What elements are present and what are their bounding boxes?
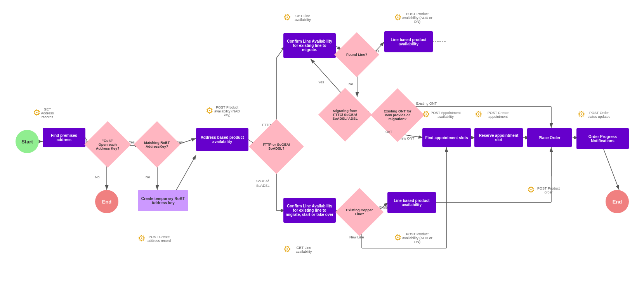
find-appt-node: Find appointment slots bbox=[422, 128, 471, 147]
gear-icon-post-product-order: ⚙ bbox=[527, 185, 535, 195]
svg-text:No: No bbox=[95, 175, 100, 179]
place-order-node: Place Order bbox=[527, 128, 572, 147]
order-progress-label: Order Progress Notifications bbox=[579, 135, 627, 143]
line-based-bot-node: Line based product availability bbox=[387, 192, 436, 213]
create-temp-label: Create temporary RoBT Address key bbox=[140, 197, 186, 205]
gear-icon-post-product-nad: ⚙ bbox=[206, 106, 214, 116]
confirm-line-bot-label: Confirm Line Availability for existing l… bbox=[286, 204, 333, 217]
end1-node: End bbox=[95, 190, 118, 213]
svg-text:Yes: Yes bbox=[318, 80, 324, 84]
gear-label-post-product-alid-top: POST Product availability (ALID or DN) bbox=[402, 12, 433, 24]
find-premises-label: Find premises address bbox=[45, 133, 83, 142]
gear-icon-post-product-alid-top: ⚙ bbox=[394, 12, 402, 22]
svg-line-37 bbox=[604, 149, 619, 190]
gold-openreach-diamond: "Gold" Openreach Address Key? bbox=[84, 121, 131, 167]
svg-text:New Line: New Line bbox=[349, 235, 364, 239]
gear-post-product-alid-top: ⚙ POST Product availability (ALID or DN) bbox=[394, 5, 433, 30]
end1-label: End bbox=[102, 199, 112, 205]
existing-copper-diamond: Existing Copper Line? bbox=[335, 188, 384, 236]
svg-line-25 bbox=[311, 59, 345, 97]
confirm-line-bot-node: Confirm Line Availability for existing l… bbox=[283, 198, 336, 223]
find-premises-node: Find premises address bbox=[43, 128, 85, 147]
gear-post-appt-avail: ⚙ POST Appointment availability bbox=[422, 102, 461, 127]
gear-icon-post-create-appt: ⚙ bbox=[475, 109, 483, 119]
svg-text:No: No bbox=[349, 82, 353, 86]
svg-text:SoADSL: SoADSL bbox=[256, 184, 270, 188]
svg-text:SoGEA/: SoGEA/ bbox=[256, 179, 269, 183]
line-based-top-node: Line based product availability bbox=[384, 31, 433, 52]
migrating-fttc-diamond: Migrating from FTTC/ SoGEA/ SoADSL/ ADSL bbox=[318, 88, 372, 142]
gear-icon-get-line-top: ⚙ bbox=[283, 12, 291, 22]
confirm-line-top-label: Confirm Line Availability for existing l… bbox=[286, 39, 333, 52]
gear-icon-get-address: ⚙ bbox=[33, 108, 41, 118]
gear-icon-post-order-status: ⚙ bbox=[578, 109, 585, 119]
find-appt-label: Find appointment slots bbox=[425, 136, 468, 140]
gear-label-get-line-top: GET Line availability bbox=[291, 14, 314, 22]
order-progress-node: Order Progress Notifications bbox=[576, 128, 629, 149]
end2-node: End bbox=[606, 190, 629, 213]
reserve-appt-node: Reserve appointment slot bbox=[474, 128, 523, 147]
matching-robt-label: Matching RoBT AddressKey? bbox=[141, 139, 174, 150]
address-based-node: Address based product availability bbox=[196, 128, 248, 151]
migrating-fttc-label: Migrating from FTTC/ SoGEA/ SoADSL/ ADSL bbox=[326, 107, 364, 122]
existing-copper-label: Existing Copper Line? bbox=[342, 207, 377, 217]
gear-get-line-bot: ⚙ GET Line availability bbox=[283, 236, 316, 262]
fttp-sogea-diamond: FTTP or SoGEA/ SoADSL? bbox=[249, 119, 304, 174]
place-order-label: Place Order bbox=[538, 136, 560, 140]
gear-get-address: ⚙ GETAddressrecords bbox=[28, 100, 59, 125]
gold-openreach-label: "Gold" Openreach Address Key? bbox=[91, 137, 124, 152]
reserve-appt-label: Reserve appointment slot bbox=[477, 133, 521, 142]
svg-text:No: No bbox=[146, 175, 150, 179]
gear-icon-post-product-alid-bot: ⚙ bbox=[394, 233, 402, 243]
gear-icon-post-create-address: ⚙ bbox=[138, 233, 146, 243]
gear-icon-get-line-bot: ⚙ bbox=[283, 244, 291, 254]
matching-robt-diamond: Matching RoBT AddressKey? bbox=[134, 121, 180, 167]
ont-label: OnT bbox=[385, 130, 392, 134]
gear-label-post-product-order: POST Product order bbox=[535, 186, 562, 194]
flowchart-canvas: Yes No Yes No FTTP SoGEA/ SoADSL Yes No bbox=[0, 0, 644, 283]
found-line-label: Found Line? bbox=[345, 51, 369, 58]
gear-post-create-appt: ⚙ POST Create appointment bbox=[475, 102, 514, 127]
fttp-sogea-label: FTTP or SoGEA/ SoADSL? bbox=[257, 141, 296, 152]
gear-label-get-address: GETAddressrecords bbox=[41, 107, 54, 119]
gear-label-post-appt-avail: POST Appointment availability bbox=[430, 111, 461, 119]
gear-post-order-status: ⚙ POST Order status updates bbox=[578, 102, 613, 127]
gear-label-post-product-nad: POST Product availability (NAD key) bbox=[214, 105, 241, 117]
found-line-diamond: Found Line? bbox=[334, 32, 379, 77]
gear-label-get-line-bot: GET Line availability bbox=[291, 246, 316, 254]
end2-label: End bbox=[613, 199, 622, 205]
gear-label-post-order-status: POST Order status updates bbox=[585, 111, 613, 119]
line-based-bot-label: Line based product availability bbox=[390, 198, 434, 207]
gear-label-post-create-address: POST Create address record bbox=[146, 235, 173, 243]
gear-post-product-alid-bot: ⚙ POST Product availability (ALID or DN) bbox=[394, 224, 433, 251]
existing-ont-diamond: Existing ONT for new provide or migratio… bbox=[371, 88, 425, 142]
gear-post-product-nad: ⚙ POST Product availability (NAD key) bbox=[206, 96, 241, 125]
existing-ont-label: Existing ONT for new provide or migratio… bbox=[378, 108, 417, 123]
gear-icon-post-appt-avail: ⚙ bbox=[422, 109, 430, 119]
line-based-top-label: Line based product availability bbox=[387, 38, 430, 46]
confirm-line-top-node: Confirm Line Availability for existing l… bbox=[283, 33, 336, 58]
start-node: Start bbox=[16, 130, 39, 153]
gear-label-post-product-alid-bot: POST Product availability (ALID or DN) bbox=[402, 232, 433, 244]
gear-label-post-create-appt: POST Create appointment bbox=[483, 111, 514, 119]
start-label: Start bbox=[21, 139, 33, 145]
gear-get-line-top: ⚙ GET Line availability bbox=[283, 5, 314, 30]
gear-post-create-address: ⚙ POST Create address record bbox=[138, 225, 173, 252]
create-temp-node: Create temporary RoBT Address key bbox=[138, 190, 188, 211]
gear-post-product-order: ⚙ POST Product order bbox=[527, 176, 562, 204]
address-based-label: Address based product availability bbox=[198, 135, 246, 144]
